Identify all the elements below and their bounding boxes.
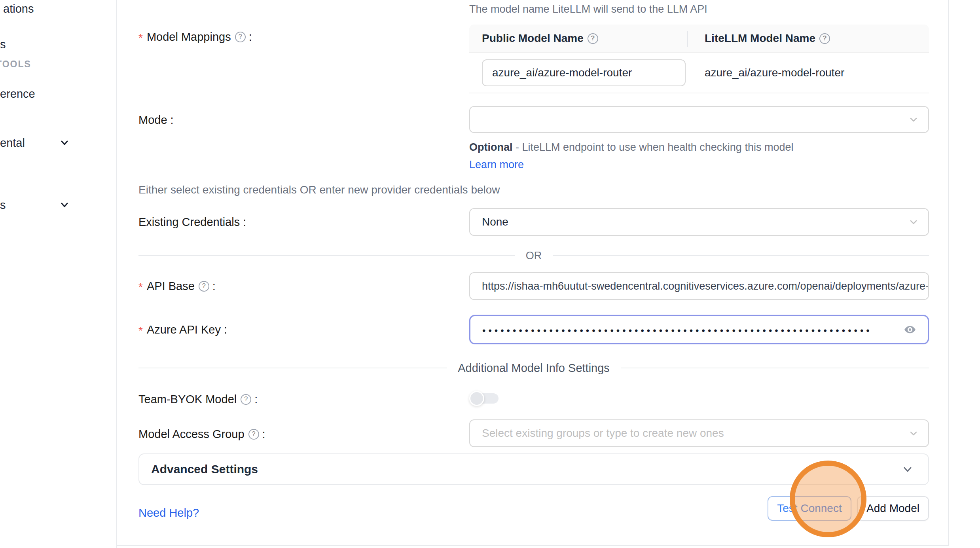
model-access-group-label: Model Access Group ? :: [138, 426, 265, 442]
model-name-helper-text: The model name LiteLLM will send to the …: [469, 3, 707, 15]
mode-label: Mode :: [138, 112, 174, 128]
chevron-down-icon[interactable]: [59, 199, 70, 211]
sidebar: ations s TOOLS erence ental s: [0, 0, 117, 548]
advanced-settings-panel[interactable]: Advanced Settings: [138, 453, 929, 485]
team-byok-label: Team-BYOK Model ? :: [138, 391, 258, 408]
azure-api-key-input[interactable]: ••••••••••••••••••••••••••••••••••••••••…: [469, 315, 929, 344]
help-circle-icon[interactable]: ?: [241, 394, 251, 405]
model-access-group-select[interactable]: Select existing groups or type to create…: [469, 419, 929, 447]
sidebar-item-settings[interactable]: s: [0, 197, 6, 213]
card-right-border: [948, 0, 949, 546]
sidebar-section-tools: TOOLS: [0, 56, 31, 72]
sidebar-item-experimental[interactable]: ental: [0, 135, 25, 151]
sidebar-item-reference[interactable]: erence: [0, 86, 35, 102]
required-asterisk: *: [138, 281, 143, 294]
chevron-down-icon: [908, 114, 919, 125]
required-asterisk: *: [138, 32, 143, 44]
model-mappings-table: Public Model Name ? LiteLLM Model Name ?…: [469, 25, 929, 93]
additional-info-divider: Additional Model Info Settings: [138, 360, 929, 376]
api-base-label: * API Base ? :: [138, 278, 216, 294]
public-model-name-input[interactable]: azure_ai/azure-model-router: [482, 59, 686, 86]
sidebar-item-label: s: [0, 38, 6, 51]
toggle-knob: [469, 391, 484, 406]
model-mappings-label: * Model Mappings ? :: [138, 28, 252, 45]
help-circle-icon[interactable]: ?: [819, 33, 830, 44]
column-divider: [687, 31, 688, 47]
sidebar-item-users[interactable]: s: [0, 36, 6, 52]
chevron-down-icon[interactable]: [59, 137, 70, 149]
masked-password-value: ••••••••••••••••••••••••••••••••••••••••…: [470, 325, 872, 336]
eye-icon[interactable]: [902, 323, 918, 336]
mode-helper-text: Optional - LiteLLM endpoint to use when …: [469, 138, 802, 173]
test-connect-button[interactable]: Test Connect: [768, 496, 851, 521]
advanced-settings-title: Advanced Settings: [151, 463, 258, 476]
learn-more-link[interactable]: Learn more: [469, 159, 524, 171]
sidebar-item-organizations[interactable]: ations: [3, 1, 34, 17]
team-byok-toggle[interactable]: [469, 391, 499, 406]
card-bottom-border: [117, 545, 949, 546]
chevron-down-icon: [901, 463, 914, 476]
add-model-button[interactable]: Add Model: [857, 496, 929, 521]
help-circle-icon[interactable]: ?: [199, 281, 209, 292]
help-circle-icon[interactable]: ?: [248, 429, 259, 440]
sidebar-section-label: TOOLS: [0, 59, 31, 70]
column-header-litellm-model-name: LiteLLM Model Name ?: [687, 25, 830, 52]
api-base-input[interactable]: https://ishaa-mh6uutut-swedencentral.cog…: [469, 272, 929, 300]
chevron-down-icon: [908, 217, 919, 227]
credentials-note: Either select existing credentials OR en…: [138, 182, 500, 198]
sidebar-item-label: ental: [0, 137, 25, 150]
table-row: azure_ai/azure-model-router azure_ai/azu…: [469, 53, 929, 93]
mode-select[interactable]: [469, 106, 929, 133]
litellm-model-name-value: azure_ai/azure-model-router: [687, 66, 844, 79]
table-header-row: Public Model Name ? LiteLLM Model Name ?: [469, 25, 929, 53]
chevron-down-icon: [908, 428, 919, 438]
sidebar-item-label: ations: [3, 2, 34, 15]
existing-credentials-label: Existing Credentials :: [138, 214, 246, 230]
or-divider: OR: [138, 248, 929, 264]
sidebar-item-label: erence: [0, 87, 35, 100]
sidebar-item-label: s: [0, 199, 6, 212]
required-asterisk: *: [138, 324, 143, 337]
help-circle-icon[interactable]: ?: [235, 32, 246, 42]
need-help-link[interactable]: Need Help?: [138, 505, 199, 521]
column-header-public-model-name: Public Model Name ?: [469, 25, 687, 52]
help-circle-icon[interactable]: ?: [588, 33, 598, 44]
azure-api-key-label: * Azure API Key :: [138, 321, 227, 338]
existing-credentials-select[interactable]: None: [469, 208, 929, 236]
